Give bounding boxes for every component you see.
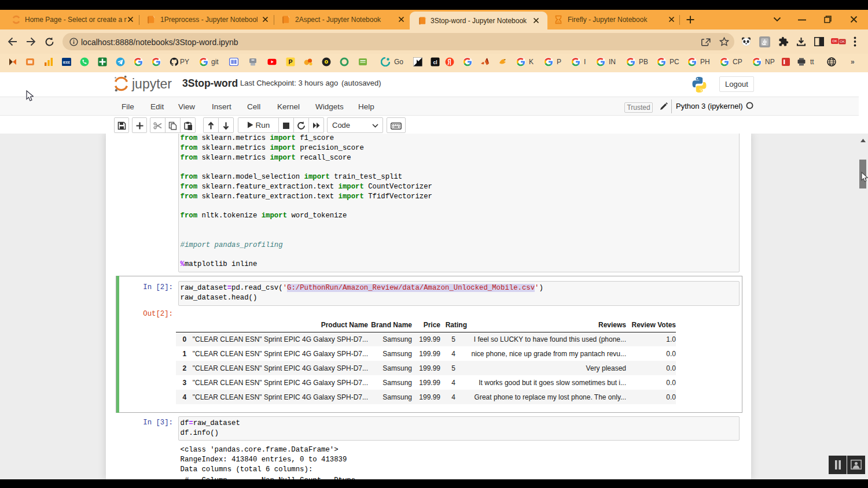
- svg-text:cl: cl: [433, 60, 437, 65]
- svg-text:IEEE: IEEE: [63, 61, 71, 64]
- svg-text:OK: OK: [840, 40, 845, 43]
- svg-text:P: P: [288, 58, 292, 65]
- svg-text:OK: OK: [832, 39, 837, 43]
